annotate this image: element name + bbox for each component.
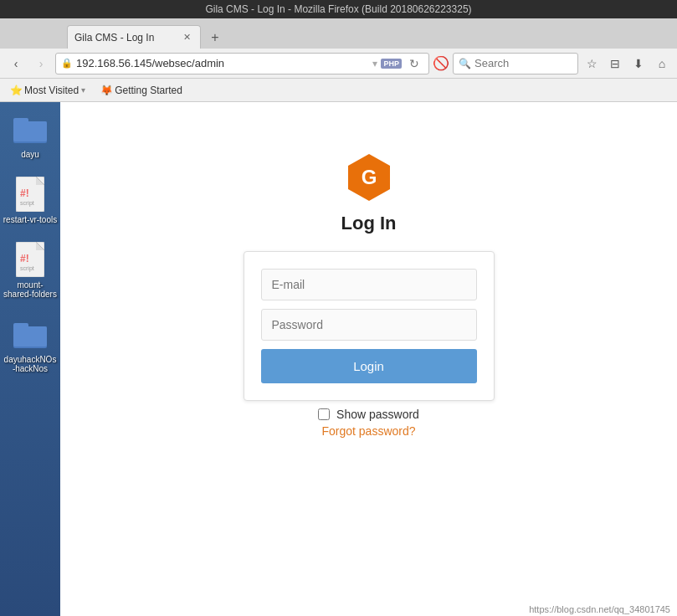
tab-bar: Gila CMS - Log In ✕ + [0, 18, 677, 49]
gila-logo: G [344, 152, 394, 203]
password-input[interactable] [261, 309, 477, 341]
file-icon-2: #! script [12, 241, 49, 278]
tab-title: Gila CMS - Log In [74, 32, 177, 44]
mount-label: mount-shared-folders [3, 280, 58, 299]
home-button[interactable]: ⌂ [652, 54, 672, 74]
show-password-row: Show password [318, 408, 419, 421]
forward-button[interactable]: › [30, 53, 52, 74]
folder-icon [12, 110, 49, 147]
getting-started-label: Getting Started [115, 85, 182, 96]
lock-icon: 🔒 [61, 58, 73, 69]
dayu-label: dayu [21, 150, 39, 159]
php-badge: PHP [381, 59, 402, 69]
svg-text:script: script [20, 200, 34, 207]
svg-text:script: script [20, 265, 34, 272]
title-bar: Gila CMS - Log In - Mozilla Firefox (Bui… [0, 0, 677, 18]
no-entry-icon: 🚫 [433, 55, 449, 72]
new-tab-button[interactable]: + [204, 27, 226, 49]
desktop-icon-mount[interactable]: #! script mount-shared-folders [3, 241, 58, 299]
forgot-password-link[interactable]: Forgot password? [321, 424, 415, 438]
svg-rect-15 [13, 326, 47, 346]
getting-started-bookmark[interactable]: 🦊 Getting Started [95, 83, 187, 98]
bookmarks-bar: ⭐ Most Visited ▾ 🦊 Getting Started [0, 79, 677, 102]
login-title: Log In [341, 213, 397, 234]
address-dropdown[interactable]: ▾ [372, 58, 377, 69]
address-bar[interactable]: 🔒 192.168.56.145/websec/admin ▾ PHP ↻ [55, 53, 429, 74]
login-container: G Log In Login Show password Forgot pass… [60, 152, 677, 438]
search-input[interactable] [474, 57, 572, 69]
desktop: dayu #! script restart-vr-tools [0, 102, 677, 616]
nav-icons: ☆ ⊟ ⬇ ⌂ [582, 54, 672, 74]
address-text: 192.168.56.145/websec/admin [76, 57, 369, 69]
search-icon: 🔍 [459, 58, 471, 69]
folder-icon-2 [12, 316, 49, 352]
most-visited-bookmark[interactable]: ⭐ Most Visited ▾ [5, 83, 90, 98]
most-visited-icon: ⭐ [10, 85, 22, 96]
desktop-sidebar: dayu #! script restart-vr-tools [0, 102, 60, 616]
title-bar-text: Gila CMS - Log In - Mozilla Firefox (Bui… [205, 3, 471, 15]
login-button[interactable]: Login [261, 349, 477, 383]
getting-started-icon: 🦊 [100, 85, 112, 96]
email-input[interactable] [261, 269, 477, 300]
file-icon-1: #! script [12, 176, 49, 213]
browser-page: G Log In Login Show password Forgot pass… [60, 102, 677, 616]
status-bar-url: https://blog.csdn.net/qq_34801745 [529, 604, 670, 614]
svg-rect-2 [13, 121, 47, 141]
desktop-icon-restart-vr[interactable]: #! script restart-vr-tools [3, 176, 57, 224]
show-password-checkbox[interactable] [318, 408, 330, 420]
login-card: Login [244, 251, 495, 401]
bookmark-star-button[interactable]: ☆ [582, 54, 602, 74]
navigation-bar: ‹ › 🔒 192.168.56.145/websec/admin ▾ PHP … [0, 49, 677, 79]
restart-vr-label: restart-vr-tools [3, 215, 57, 224]
dayuhack-label: dayuhackNOs-hackNos [3, 355, 58, 373]
show-password-label: Show password [336, 408, 419, 421]
browser-tab[interactable]: Gila CMS - Log In ✕ [67, 25, 201, 49]
back-button[interactable]: ‹ [5, 53, 27, 74]
desktop-icon-dayu[interactable]: dayu [12, 110, 49, 159]
svg-text:#!: #! [20, 253, 29, 264]
reload-button[interactable]: ↻ [405, 54, 423, 73]
svg-text:#!: #! [20, 187, 29, 199]
most-visited-chevron: ▾ [81, 85, 85, 95]
desktop-icon-dayuhack[interactable]: dayuhackNOs-hackNos [3, 316, 58, 373]
most-visited-label: Most Visited [24, 85, 79, 96]
bookmark-list-button[interactable]: ⊟ [605, 54, 625, 74]
download-button[interactable]: ⬇ [628, 54, 649, 74]
svg-text:G: G [361, 166, 377, 188]
tab-close-button[interactable]: ✕ [180, 31, 193, 44]
search-box[interactable]: 🔍 [453, 53, 578, 74]
